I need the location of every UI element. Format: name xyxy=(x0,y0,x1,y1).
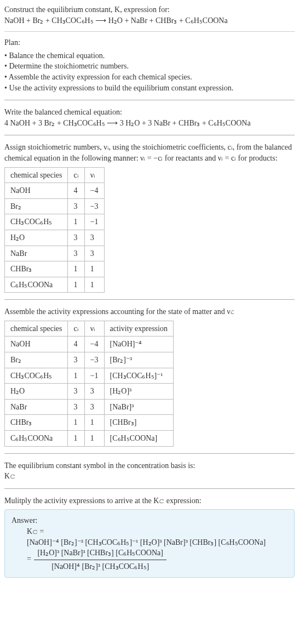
cell: 4 xyxy=(68,183,84,199)
table-row: CHBr₃11[CHBr₃] xyxy=(5,415,174,431)
cell: Br₂ xyxy=(5,352,68,368)
cell: 3 xyxy=(68,399,84,415)
cell: CH₃COC₆H₅ xyxy=(5,368,68,384)
cell: 3 xyxy=(68,246,84,261)
plan-item: Use the activity expressions to build th… xyxy=(4,83,295,94)
cell: −3 xyxy=(84,352,104,368)
plan-item: Balance the chemical equation. xyxy=(4,50,295,61)
cell: CHBr₃ xyxy=(5,261,68,277)
stoich-table: chemical species cᵢ νᵢ NaOH4−4 Br₂3−3 CH… xyxy=(4,167,105,293)
cell: C₆H₅COONa xyxy=(5,431,68,447)
table-row: Br₂3−3 xyxy=(5,198,105,214)
table-row: NaOH4−4[NaOH]⁻⁴ xyxy=(5,337,174,352)
cell: 3 xyxy=(68,198,84,214)
cell: 1 xyxy=(68,431,84,447)
divider xyxy=(4,453,295,454)
cell: 3 xyxy=(68,230,84,246)
cell: −1 xyxy=(84,214,104,230)
cell: [Br₂]⁻³ xyxy=(104,352,173,368)
cell: −4 xyxy=(84,337,104,352)
multiply-block: Mulitply the activity expressions to arr… xyxy=(4,495,295,578)
table-row: NaBr33[NaBr]³ xyxy=(5,399,174,415)
cell: NaBr xyxy=(5,246,68,261)
cell: 1 xyxy=(84,277,104,293)
col-header: chemical species xyxy=(5,167,68,183)
cell: 1 xyxy=(68,415,84,431)
table-row: NaOH4−4 xyxy=(5,183,105,199)
activity-table: chemical species cᵢ νᵢ activity expressi… xyxy=(4,321,174,447)
cell: 3 xyxy=(84,384,104,400)
plan-block: Plan: Balance the chemical equation. Det… xyxy=(4,37,295,93)
cell: H₂O xyxy=(5,384,68,400)
eqsymbol-kc: K𝚌 xyxy=(4,471,295,482)
table-row: CH₃COC₆H₅1−1 xyxy=(5,214,105,230)
cell: 1 xyxy=(84,415,104,431)
cell: C₆H₅COONa xyxy=(5,277,68,293)
plan-item: Assemble the activity expression for eac… xyxy=(4,72,295,83)
col-header: νᵢ xyxy=(84,167,104,183)
fraction-denominator: [NaOH]⁴ [Br₂]³ [CH₃COC₆H₅] xyxy=(34,560,166,572)
cell: 3 xyxy=(84,399,104,415)
cell: −3 xyxy=(84,198,104,214)
cell: CHBr₃ xyxy=(5,415,68,431)
answer-fraction-line: = [H₂O]³ [NaBr]³ [CHBr₃] [C₆H₅COONa] [Na… xyxy=(27,548,288,572)
plan-item: Determine the stoichiometric numbers. xyxy=(4,61,295,72)
divider xyxy=(4,299,295,300)
divider xyxy=(4,135,295,135)
table-row: Br₂3−3[Br₂]⁻³ xyxy=(5,352,174,368)
eqsymbol-block: The equilibrium constant symbol in the c… xyxy=(4,460,295,482)
col-header: chemical species xyxy=(5,321,68,337)
intro-line: Construct the equilibrium constant, K, e… xyxy=(4,4,295,15)
assemble-block: Assemble the activity expressions accoun… xyxy=(4,306,295,446)
assemble-text: Assemble the activity expressions accoun… xyxy=(4,306,295,317)
cell: NaOH xyxy=(5,183,68,199)
cell: 1 xyxy=(84,261,104,277)
table-row: NaBr33 xyxy=(5,246,105,261)
cell: NaBr xyxy=(5,399,68,415)
cell: [CH₃COC₆H₅]⁻¹ xyxy=(104,368,173,384)
cell: [H₂O]³ xyxy=(104,384,173,400)
divider xyxy=(4,100,295,100)
cell: 1 xyxy=(84,431,104,447)
cell: [C₆H₅COONa] xyxy=(104,431,173,447)
cell: 1 xyxy=(68,368,84,384)
intro-equation: NaOH + Br₂ + CH₃COC₆H₅ ⟶ H₂O + NaBr + CH… xyxy=(4,15,295,26)
assign-block: Assign stoichiometric numbers, νᵢ, using… xyxy=(4,142,295,293)
plan-list: Balance the chemical equation. Determine… xyxy=(4,50,295,93)
col-header: νᵢ xyxy=(84,321,104,337)
multiply-text: Mulitply the activity expressions to arr… xyxy=(4,495,295,506)
balanced-heading: Write the balanced chemical equation: xyxy=(4,107,295,118)
table-row: CHBr₃11 xyxy=(5,261,105,277)
cell: 3 xyxy=(68,352,84,368)
answer-fraction: [H₂O]³ [NaBr]³ [CHBr₃] [C₆H₅COONa] [NaOH… xyxy=(34,548,166,572)
assign-text: Assign stoichiometric numbers, νᵢ, using… xyxy=(4,142,295,163)
table-row: H₂O33 xyxy=(5,230,105,246)
cell: H₂O xyxy=(5,230,68,246)
table-header-row: chemical species cᵢ νᵢ xyxy=(5,167,105,183)
cell: −4 xyxy=(84,183,104,199)
fraction-numerator: [H₂O]³ [NaBr]³ [CHBr₃] [C₆H₅COONa] xyxy=(34,548,166,560)
table-row: C₆H₅COONa11[C₆H₅COONa] xyxy=(5,431,174,447)
cell: Br₂ xyxy=(5,198,68,214)
cell: NaOH xyxy=(5,337,68,352)
cell: 4 xyxy=(68,337,84,352)
cell: 3 xyxy=(84,230,104,246)
col-header: cᵢ xyxy=(68,167,84,183)
table-row: H₂O33[H₂O]³ xyxy=(5,384,174,400)
cell: 1 xyxy=(68,261,84,277)
table-header-row: chemical species cᵢ νᵢ activity expressi… xyxy=(5,321,174,337)
col-header: cᵢ xyxy=(68,321,84,337)
divider xyxy=(4,31,295,32)
eqsymbol-text: The equilibrium constant symbol in the c… xyxy=(4,460,295,471)
cell: [NaOH]⁻⁴ xyxy=(104,337,173,352)
cell: [CHBr₃] xyxy=(104,415,173,431)
balanced-equation: 4 NaOH + 3 Br₂ + CH₃COC₆H₅ ⟶ 3 H₂O + 3 N… xyxy=(4,118,295,129)
cell: CH₃COC₆H₅ xyxy=(5,214,68,230)
answer-heading: Answer: xyxy=(12,515,288,526)
balanced-block: Write the balanced chemical equation: 4 … xyxy=(4,107,295,128)
plan-heading: Plan: xyxy=(4,37,295,48)
answer-kc-line: K𝚌 = xyxy=(27,526,288,537)
cell: 3 xyxy=(68,384,84,400)
cell: −1 xyxy=(84,368,104,384)
table-row: CH₃COC₆H₅1−1[CH₃COC₆H₅]⁻¹ xyxy=(5,368,174,384)
